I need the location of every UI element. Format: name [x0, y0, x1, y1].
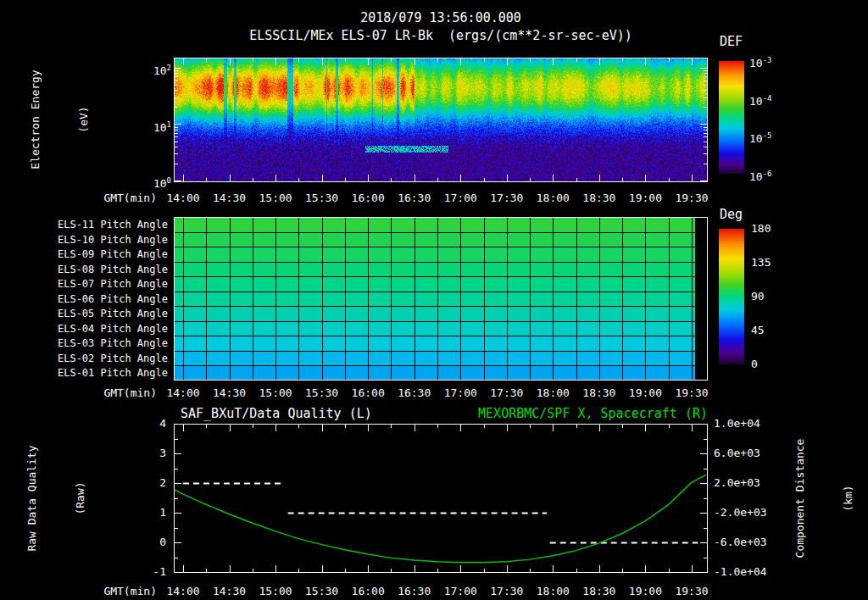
- x-tick-label-spec-3: 15:30: [301, 192, 343, 205]
- x-tick-label-pitch-0: 14:00: [162, 386, 204, 400]
- distance-y-tick-4: -6.0e+03: [714, 536, 778, 549]
- pitch-row-label-8: ELS-03 Pitch Angle: [25, 336, 168, 350]
- deg-colorbar: [719, 229, 744, 364]
- distance-y-tick-2: 2.0e+03: [714, 476, 778, 490]
- x-tick-label-spec-5: 16:30: [393, 192, 436, 205]
- distance-y-tick-5: -1.0e+04: [714, 565, 778, 579]
- def-colorbar-tick-2: 10-5: [749, 129, 800, 146]
- x-tick-label-qual-2: 15:00: [254, 585, 297, 598]
- energy-axis-label: Electron Energy (eV): [0, 69, 124, 169]
- distance-y-tick-3: -2.0e+03: [714, 506, 778, 519]
- quality-y-tick-0: 4: [129, 417, 166, 431]
- pitch-row-label-10: ELS-01 Pitch Angle: [25, 366, 168, 380]
- energy-axis-label-line2: (eV): [75, 69, 92, 169]
- x-tick-label-pitch-2: 15:00: [254, 386, 297, 400]
- distance-axis-label-line1: Component Distance: [792, 439, 808, 558]
- def-colorbar-tick-0: 10-3: [749, 53, 800, 70]
- deg-colorbar-title: Deg: [720, 207, 743, 222]
- x-tick-label-spec-8: 18:00: [531, 192, 574, 205]
- quality-distance-chart: [174, 424, 708, 573]
- pitch-row-label-2: ELS-09 Pitch Angle: [25, 247, 168, 261]
- energy-y-tick-0: 102: [134, 61, 171, 78]
- x-tick-label-qual-5: 16:30: [393, 585, 436, 598]
- x-tick-label-spec-4: 16:00: [347, 192, 389, 205]
- x-tick-label-pitch-3: 15:30: [301, 386, 343, 400]
- x-tick-label-spec-9: 18:30: [578, 192, 620, 205]
- x-tick-label-spec-7: 17:30: [486, 192, 528, 205]
- quality-axis-label: Raw Data Quality (Raw): [0, 445, 120, 551]
- distance-y-tick-1: 6.0e+03: [714, 447, 778, 460]
- x-tick-label-pitch-4: 16:00: [347, 386, 389, 400]
- pitch-angle-panel: [174, 217, 708, 381]
- x-tick-label-qual-1: 14:30: [209, 585, 251, 598]
- energy-spectrogram: [174, 58, 708, 182]
- x-tick-label-pitch-1: 14:30: [209, 386, 251, 400]
- x-tick-label-qual-6: 17:00: [439, 585, 481, 598]
- pitch-row-label-5: ELS-06 Pitch Angle: [25, 292, 168, 306]
- x-tick-label-pitch-7: 17:30: [486, 386, 528, 400]
- distance-y-tick-0: 1.0e+04: [714, 417, 778, 431]
- distance-axis-label-line2: (km): [840, 439, 856, 558]
- quality-axis-label-line2: (Raw): [72, 445, 88, 551]
- def-colorbar-title: DEF: [720, 34, 743, 49]
- x-tick-label-qual-0: 14:00: [162, 585, 204, 598]
- deg-colorbar-tick-3: 45: [751, 324, 785, 337]
- x-tick-label-spec-2: 15:00: [254, 192, 297, 205]
- x-axis-title-pitch: GMT(min): [81, 386, 157, 400]
- quality-y-tick-3: 1: [129, 506, 166, 519]
- spacecraft-series-title: MEXORBMC/SPF X, Spacecraft (R): [356, 406, 708, 421]
- deg-colorbar-tick-0: 180: [751, 222, 785, 236]
- energy-y-tick-2: 100: [134, 174, 171, 191]
- quality-y-tick-2: 2: [129, 476, 166, 490]
- pitch-row-label-7: ELS-04 Pitch Angle: [25, 322, 168, 336]
- quality-series-title: SAF_BXuT/Data Quality (L): [181, 406, 372, 421]
- x-tick-label-spec-1: 14:30: [209, 192, 251, 205]
- deg-colorbar-tick-2: 90: [751, 290, 785, 303]
- deg-colorbar-tick-4: 0: [751, 358, 785, 371]
- def-colorbar-tick-1: 10-4: [749, 92, 800, 108]
- def-colorbar: [719, 61, 744, 174]
- x-tick-label-pitch-9: 18:30: [578, 386, 620, 400]
- pitch-row-label-0: ELS-11 Pitch Angle: [25, 218, 168, 231]
- x-tick-label-qual-11: 19:30: [670, 585, 713, 598]
- x-tick-label-spec-11: 19:30: [670, 192, 713, 205]
- quality-y-tick-1: 3: [129, 447, 166, 460]
- energy-axis-label-line1: Electron Energy: [27, 69, 43, 169]
- plot-page: 2018/079 13:56:00.000 ELSSCIL/MEx ELS-07…: [0, 0, 868, 600]
- deg-colorbar-tick-1: 135: [751, 256, 785, 269]
- quality-axis-label-line1: Raw Data Quality: [24, 445, 40, 551]
- x-tick-label-spec-0: 14:00: [162, 192, 204, 205]
- x-axis-title-spec: GMT(min): [81, 192, 157, 205]
- pitch-row-label-1: ELS-10 Pitch Angle: [25, 233, 168, 247]
- x-tick-label-qual-3: 15:30: [301, 585, 343, 598]
- energy-y-tick-1: 101: [134, 118, 171, 135]
- x-tick-label-pitch-5: 16:30: [393, 386, 436, 400]
- x-tick-label-spec-10: 19:00: [624, 192, 666, 205]
- x-tick-label-qual-8: 18:00: [531, 585, 574, 598]
- x-tick-label-qual-4: 16:00: [347, 585, 389, 598]
- x-tick-label-spec-6: 17:00: [439, 192, 481, 205]
- def-colorbar-tick-3: 10-6: [749, 167, 800, 184]
- x-tick-label-pitch-10: 19:00: [624, 386, 666, 400]
- quality-y-tick-4: 0: [129, 536, 166, 549]
- plot-title: ELSSCIL/MEx ELS-07 LR-Bk (ergs/(cm**2-sr…: [89, 28, 793, 43]
- quality-y-tick-5: -1: [129, 565, 166, 579]
- pitch-row-label-9: ELS-02 Pitch Angle: [25, 352, 168, 365]
- x-axis-title-qual: GMT(min): [81, 585, 157, 598]
- x-tick-label-pitch-11: 19:30: [670, 386, 713, 400]
- pitch-row-label-3: ELS-08 Pitch Angle: [25, 263, 168, 276]
- pitch-row-label-6: ELS-05 Pitch Angle: [25, 307, 168, 320]
- x-tick-label-qual-9: 18:30: [578, 585, 620, 598]
- x-tick-label-pitch-8: 18:00: [531, 386, 574, 400]
- x-tick-label-qual-10: 19:00: [624, 585, 666, 598]
- x-tick-label-pitch-6: 17:00: [439, 386, 481, 400]
- pitch-row-label-4: ELS-07 Pitch Angle: [25, 277, 168, 291]
- observation-datetime: 2018/079 13:56:00.000: [174, 10, 708, 25]
- x-tick-label-qual-7: 17:30: [486, 585, 528, 598]
